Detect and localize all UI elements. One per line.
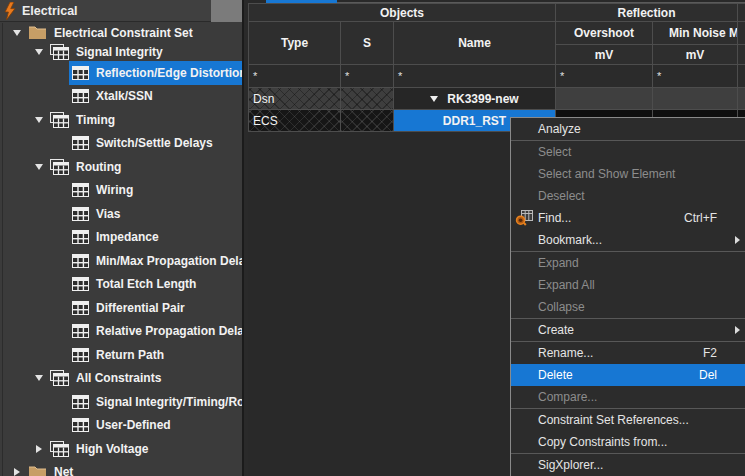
tree-item-total-etch-length[interactable]: Total Etch Length (3, 273, 242, 297)
menu-item-label: Compare... (538, 390, 597, 404)
menu-shortcut: Ctrl+F (684, 207, 717, 229)
unit-cell-overflow (738, 45, 745, 65)
tree-item-timing[interactable]: Timing (3, 108, 242, 132)
tree-item-min-max-propagation-delays[interactable]: Min/Max Propagation Delays (3, 249, 242, 273)
menu-item-label: SigXplorer... (538, 458, 603, 472)
tree-item-signal-integrity[interactable]: Signal Integrity (3, 42, 242, 61)
tree-item-differential-pair[interactable]: Differential Pair (3, 296, 242, 320)
menu-item-compare: Compare... (511, 386, 745, 408)
tree-item-label: Electrical Constraint Set (54, 26, 193, 40)
tree-item-label: Vias (96, 207, 120, 221)
column-header-overflow (738, 22, 745, 45)
group-header-objects: Objects (249, 4, 556, 22)
tree-item-return-path[interactable]: Return Path (3, 343, 242, 367)
tree-item-label: Routing (76, 160, 121, 174)
menu-item-label: Expand (538, 256, 579, 270)
cell-dsn-overshoot[interactable] (556, 88, 653, 110)
tree-item-high-voltage[interactable]: High Voltage (3, 437, 242, 461)
tree-item-user-defined[interactable]: User-Defined (3, 414, 242, 438)
menu-item-label: Deselect (538, 189, 585, 203)
lightning-icon (3, 2, 17, 20)
triangle-down (35, 117, 43, 123)
triangle-down (35, 164, 43, 170)
menu-item-deselect: Deselect (511, 185, 745, 207)
tree-item-xtalk-ssn[interactable]: Xtalk/SSN (3, 85, 242, 109)
table-icon (72, 207, 89, 221)
menu-item-label: Create (538, 323, 574, 337)
folder-icon (28, 25, 47, 40)
tree-item-content: Relative Propagation Delay (69, 320, 242, 344)
menu-item-label: Analyze (538, 122, 581, 136)
pane-scrollbar-thumb[interactable] (211, 0, 242, 22)
menu-item-constraint-set-references[interactable]: Constraint Set References... (511, 409, 745, 431)
tree-item-routing[interactable]: Routing (3, 155, 242, 179)
tree-item-reflection-edge-distortions[interactable]: Reflection/Edge Distortions (3, 61, 242, 85)
tree-item-label: User-Defined (96, 418, 171, 432)
column-header-type: Type (249, 22, 341, 65)
tree-item-relative-propagation-delay[interactable]: Relative Propagation Delay (3, 320, 242, 344)
tree-item-vias[interactable]: Vias (3, 202, 242, 226)
tree-item-impedance[interactable]: Impedance (3, 226, 242, 250)
expander-down-icon[interactable] (31, 375, 47, 381)
menu-item-bookmark[interactable]: Bookmark... (511, 229, 745, 251)
filter-cell-type[interactable]: * (249, 65, 341, 88)
tree-item-label: All Constraints (76, 371, 161, 385)
menu-item-find[interactable]: Find...Ctrl+F (511, 207, 745, 229)
constraint-table: Objects Reflection Type S Name Overshoot… (248, 3, 745, 132)
collapse-row-icon[interactable] (430, 96, 438, 102)
filter-cell-overflow (738, 65, 745, 88)
menu-item-label: Rename... (538, 346, 593, 360)
column-header-name: Name (394, 22, 556, 65)
cell-dsn-type[interactable]: Dsn (249, 88, 341, 110)
cell-dsn-min-noise-margin[interactable] (653, 88, 738, 110)
expander-right-icon[interactable] (9, 468, 25, 476)
menu-item-create[interactable]: Create (511, 319, 745, 341)
table-icon (72, 418, 89, 432)
tree-item-content: User-Defined (69, 414, 242, 438)
filter-cell-s[interactable]: * (341, 65, 394, 88)
table-icon (72, 395, 89, 409)
submenu-arrow-icon (735, 236, 740, 244)
expander-down-icon[interactable] (31, 49, 47, 55)
menu-item-label: Find... (538, 211, 571, 225)
tree-item-signal-integrity-timing-rou[interactable]: Signal Integrity/Timing/Rou... (3, 390, 242, 414)
menu-item-delete[interactable]: DeleteDel (511, 364, 745, 386)
tree-item-label: Total Etch Length (96, 277, 196, 291)
menu-item-label: Select (538, 145, 571, 159)
design-name-label: RK3399-new (447, 92, 518, 106)
tree-item-content: Net (25, 461, 242, 476)
filter-cell-name[interactable]: * (394, 65, 556, 88)
menu-item-copy-constraints-from[interactable]: Copy Constraints from... (511, 431, 745, 453)
cell-ecs-type[interactable]: ECS (249, 110, 341, 132)
menu-item-rename[interactable]: Rename...F2 (511, 342, 745, 364)
tree-item-net[interactable]: Net (3, 461, 242, 476)
filter-cell-overshoot[interactable]: * (556, 65, 653, 88)
cell-dsn-name[interactable]: RK3399-new (394, 88, 556, 110)
menu-item-analyze[interactable]: Analyze (511, 118, 745, 140)
expander-down-icon[interactable] (9, 30, 25, 36)
table-icon (72, 324, 89, 338)
tree-item-switch-settle-delays[interactable]: Switch/Settle Delays (3, 132, 242, 156)
tree-item-content: All Constraints (47, 367, 242, 391)
expander-right-icon[interactable] (31, 445, 47, 453)
tree-item-wiring[interactable]: Wiring (3, 179, 242, 203)
expander-down-icon[interactable] (31, 117, 47, 123)
cell-dsn-s[interactable] (341, 88, 394, 110)
tree-item-label: Differential Pair (96, 301, 185, 315)
column-header-overshoot: Overshoot (556, 22, 653, 45)
table-icon (72, 348, 89, 362)
group-header-overflow (738, 4, 745, 22)
worksheet-area: Objects Reflection Type S Name Overshoot… (248, 0, 745, 476)
tree-item-label: Timing (76, 113, 115, 127)
tree-item-electrical-constraint-set[interactable]: Electrical Constraint Set (3, 23, 242, 42)
menu-item-sigxplorer[interactable]: SigXplorer... (511, 454, 745, 476)
table-icon (72, 89, 89, 103)
cell-ecs-s[interactable] (341, 110, 394, 132)
menu-item-select: Select (511, 141, 745, 163)
triangle-down (35, 49, 43, 55)
tree-item-label: Signal Integrity/Timing/Rou... (96, 395, 242, 409)
tree-item-all-constraints[interactable]: All Constraints (3, 367, 242, 391)
expander-down-icon[interactable] (31, 164, 47, 170)
pane-title: Electrical (22, 4, 78, 18)
filter-cell-min-noise-margin[interactable]: * (653, 65, 738, 88)
